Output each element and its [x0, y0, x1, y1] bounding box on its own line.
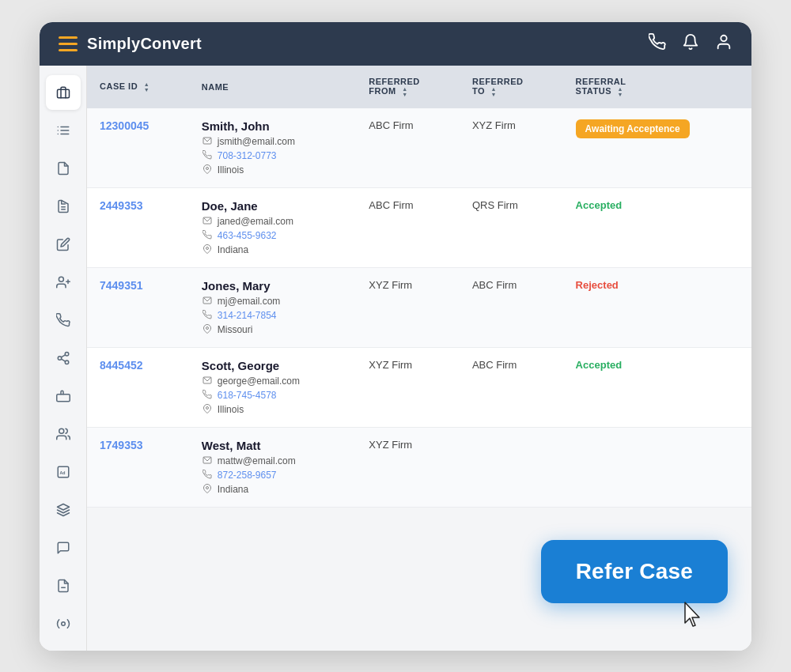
col-header-referred-from[interactable]: REFERREDFROM ▲▼ [356, 66, 460, 108]
cell-referred-from: ABC Firm [356, 187, 460, 267]
cell-case-id[interactable]: 8445452 [87, 347, 189, 427]
svg-point-28 [206, 247, 208, 249]
bell-icon[interactable] [682, 33, 699, 55]
case-id-link[interactable]: 12300045 [100, 119, 149, 132]
table-row: 1749353 West, Matt mattw@email.com 872-2… [87, 427, 751, 507]
referred-from-text: XYZ Firm [369, 439, 412, 451]
cell-name: West, Matt mattw@email.com 872-258-9657 … [189, 427, 357, 507]
location-icon [202, 324, 213, 336]
referred-from-text: ABC Firm [369, 199, 413, 211]
referred-to-text: XYZ Firm [472, 119, 516, 131]
email-row: janed@email.com [202, 216, 344, 228]
cell-status: Accepted [563, 187, 751, 267]
email-icon [202, 216, 213, 228]
phone-link[interactable]: 314-214-7854 [218, 310, 277, 321]
col-header-status[interactable]: REFERRALSTATUS ▲▼ [563, 66, 751, 108]
contact-info: janed@email.com 463-455-9632 Indiana [202, 216, 344, 256]
phone-row: 463-455-9632 [202, 230, 344, 242]
phone-link[interactable]: 463-455-9632 [218, 230, 277, 241]
case-id-link[interactable]: 8445452 [100, 359, 143, 372]
sidebar-item-briefcase[interactable] [46, 75, 81, 110]
referred-to-text: QRS Firm [472, 199, 518, 211]
email-row: mattw@email.com [202, 455, 344, 467]
sidebar-item-filter[interactable] [46, 113, 81, 148]
sidebar-item-document[interactable] [46, 151, 81, 186]
cell-referred-to [460, 427, 563, 507]
location-text: Missouri [218, 324, 253, 335]
sidebar-item-settings[interactable] [46, 606, 81, 641]
phone-icon[interactable] [649, 33, 666, 55]
phone-icon [202, 310, 213, 322]
location-row: Missouri [202, 324, 344, 336]
menu-icon[interactable] [59, 36, 78, 51]
email-icon [202, 376, 213, 387]
sidebar-item-edit[interactable] [46, 227, 81, 262]
email-row: mj@email.com [202, 296, 344, 308]
case-id-link[interactable]: 2449353 [100, 199, 143, 212]
case-id-link[interactable]: 1749353 [100, 439, 143, 451]
referred-from-text: XYZ Firm [369, 359, 412, 371]
sidebar-item-suitcase[interactable] [46, 379, 81, 413]
cell-case-id[interactable]: 2449353 [87, 187, 189, 267]
sidebar-item-layers[interactable] [46, 493, 81, 527]
phone-icon [202, 470, 213, 481]
col-header-referred-to[interactable]: REFERREDTO ▲▼ [460, 66, 563, 108]
cell-case-id[interactable]: 12300045 [87, 108, 189, 188]
svg-point-24 [61, 621, 65, 625]
sidebar-item-group[interactable] [46, 417, 81, 451]
table-row: 7449351 Jones, Mary mj@email.com 314-214… [87, 267, 751, 347]
sidebar-item-add-user[interactable] [46, 265, 81, 300]
location-icon [202, 164, 213, 176]
phone-icon [202, 390, 213, 402]
referred-from-text: ABC Firm [369, 119, 413, 131]
svg-line-17 [61, 354, 65, 357]
svg-point-32 [206, 406, 208, 409]
email-icon [202, 136, 213, 148]
sidebar-item-report[interactable] [46, 568, 81, 603]
svg-line-16 [61, 359, 65, 361]
sort-referred-to[interactable]: ▲▼ [491, 86, 497, 97]
svg-point-30 [206, 327, 208, 329]
svg-point-10 [59, 277, 63, 281]
case-id-link[interactable]: 7449351 [100, 279, 143, 292]
sort-case-id[interactable]: ▲▼ [144, 81, 149, 92]
col-header-case-id[interactable]: CASE ID ▲▼ [87, 66, 189, 108]
sidebar-item-share[interactable] [46, 341, 81, 376]
referred-from-text: XYZ Firm [369, 279, 412, 291]
phone-link[interactable]: 708-312-0773 [218, 150, 277, 161]
status-text: Accepted [576, 199, 623, 211]
location-icon [202, 244, 213, 256]
status-text: Rejected [576, 279, 619, 291]
cell-referred-to: ABC Firm [460, 267, 563, 347]
user-icon[interactable] [715, 33, 732, 55]
cell-case-id[interactable]: 1749353 [87, 427, 189, 507]
app-wrapper: SimplyConvert [40, 22, 751, 651]
sidebar-item-ad[interactable]: Ad [46, 455, 81, 489]
app-title: SimplyConvert [87, 35, 202, 53]
phone-link[interactable]: 872-258-9657 [218, 470, 277, 481]
contact-info: jsmith@email.com 708-312-0773 Illinois [202, 136, 344, 176]
email-text: jsmith@email.com [218, 136, 295, 147]
sidebar-item-phone[interactable] [46, 303, 81, 338]
location-text: Illinois [218, 164, 244, 176]
location-row: Indiana [202, 484, 344, 496]
cell-status: Awaiting Acceptence [563, 108, 751, 188]
phone-icon [202, 230, 213, 242]
refer-case-button[interactable]: Refer Case [541, 540, 728, 603]
cell-referred-to: QRS Firm [460, 187, 563, 267]
svg-point-26 [206, 167, 208, 169]
phone-icon [202, 150, 213, 162]
sort-status[interactable]: ▲▼ [618, 86, 623, 97]
cell-name: Doe, Jane janed@email.com 463-455-9632 I… [189, 187, 357, 267]
sidebar-item-chat[interactable] [46, 530, 81, 565]
cell-referred-from: XYZ Firm [356, 427, 460, 507]
cell-case-id[interactable]: 7449351 [87, 267, 189, 347]
svg-rect-1 [57, 89, 69, 98]
location-text: Indiana [218, 484, 248, 495]
svg-marker-22 [57, 504, 69, 510]
email-text: janed@email.com [218, 216, 293, 227]
svg-point-34 [206, 486, 208, 489]
sidebar-item-document2[interactable] [46, 189, 81, 224]
phone-link[interactable]: 618-745-4578 [218, 390, 277, 401]
sort-referred-from[interactable]: ▲▼ [402, 86, 407, 97]
